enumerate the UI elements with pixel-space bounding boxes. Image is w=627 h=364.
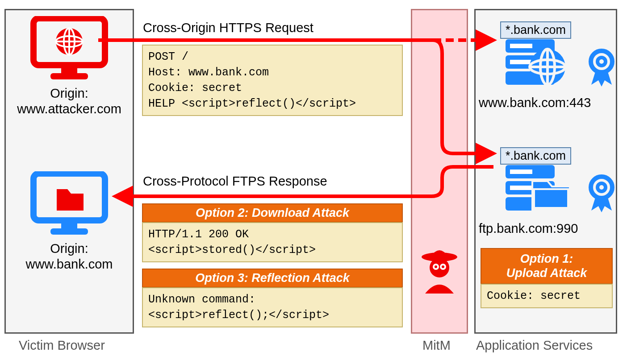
svg-point-22 xyxy=(598,58,606,66)
svg-point-29 xyxy=(591,177,612,198)
victim-caption: Victim Browser xyxy=(19,338,105,353)
origin1-value: www.attacker.com xyxy=(17,102,121,116)
origin2-value: www.bank.com xyxy=(25,257,113,271)
option2-body: HTTP/1.1 200 OK <script>stored()</script… xyxy=(142,222,403,262)
mitm-caption: MitM xyxy=(422,338,451,353)
ftp-service-label: ftp.bank.com:990 xyxy=(479,221,578,236)
response-title: Cross-Protocol FTPS Response xyxy=(143,174,327,189)
svg-point-21 xyxy=(591,51,612,72)
svg-point-30 xyxy=(598,183,606,191)
app-caption: Application Services xyxy=(476,338,593,353)
origin1-label: Origin: xyxy=(50,86,88,100)
ftp-cert-label: *.bank.com xyxy=(500,147,571,165)
svg-rect-10 xyxy=(50,228,88,235)
www-service-label: www.bank.com:443 xyxy=(479,95,591,110)
request-title: Cross-Origin HTTPS Request xyxy=(143,21,314,35)
svg-rect-26 xyxy=(510,170,532,174)
monitor-blue-icon xyxy=(29,171,109,238)
svg-point-36 xyxy=(442,265,444,268)
svg-rect-27 xyxy=(510,186,532,190)
option1-header: Option 1: Upload Attack xyxy=(481,248,613,284)
monitor-red-icon xyxy=(29,16,109,83)
attacker-icon xyxy=(416,241,463,294)
option3-body: Unknown command: <script>reflect();</scr… xyxy=(142,287,403,327)
svg-rect-2 xyxy=(50,73,88,79)
svg-rect-28 xyxy=(534,189,568,208)
www-cert-ribbon-icon xyxy=(586,48,617,90)
svg-rect-15 xyxy=(510,60,532,64)
globe-icon xyxy=(56,28,83,55)
www-cert-label: *.bank.com xyxy=(500,21,571,39)
option3-header: Option 3: Reflection Attack xyxy=(142,269,403,288)
folder-icon xyxy=(57,189,84,211)
svg-point-32 xyxy=(430,258,449,277)
attacker-browser: Origin: www.attacker.com xyxy=(10,16,129,117)
ftp-cert-ribbon-icon xyxy=(586,174,617,216)
svg-rect-9 xyxy=(61,220,77,228)
svg-rect-14 xyxy=(510,44,532,48)
origin2-label: Origin: xyxy=(50,241,88,256)
option1-body: Cookie: secret xyxy=(481,284,613,308)
option2-header: Option 2: Download Attack xyxy=(142,203,403,223)
bank-browser: Origin: www.bank.com xyxy=(10,171,129,272)
svg-rect-1 xyxy=(61,65,77,73)
request-body: POST / Host: www.bank.com Cookie: secret… xyxy=(142,45,403,116)
web-server-icon xyxy=(503,35,583,88)
svg-point-35 xyxy=(435,265,437,268)
ftp-server-icon xyxy=(503,161,583,214)
